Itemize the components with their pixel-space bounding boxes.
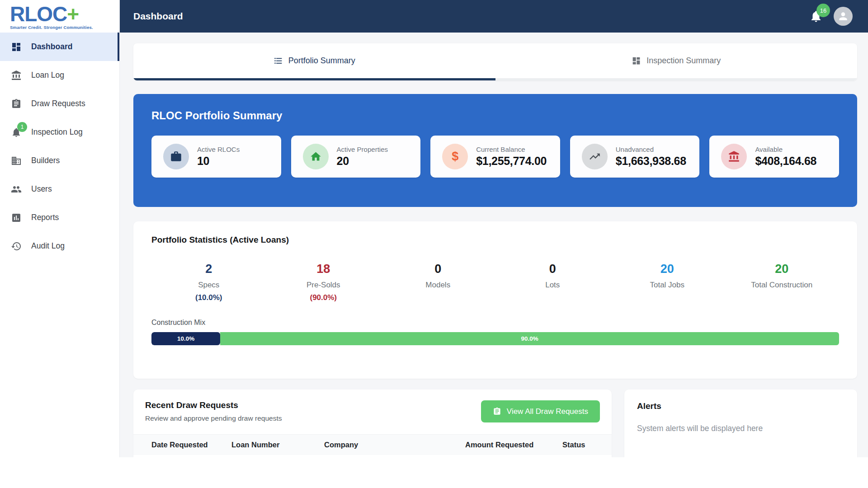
- tab-portfolio-summary[interactable]: Portfolio Summary: [133, 43, 495, 80]
- content: Portfolio Summary Inspection Summary RLO…: [120, 33, 868, 457]
- stat-label: Current Balance: [476, 145, 547, 153]
- stat-models: 0 Models: [381, 262, 495, 302]
- briefcase-icon: [163, 144, 189, 169]
- construction-mix-bar: 10.0% 90.0%: [151, 332, 839, 345]
- stat-total-construction: 20 Total Construction: [725, 262, 840, 302]
- portfolio-statistics-row: 2 Specs (10.0%) 18 Pre-Solds (90.0%) 0 M…: [151, 262, 839, 302]
- home-icon: [303, 144, 329, 169]
- view-all-draw-requests-button[interactable]: View All Draw Requests: [481, 400, 600, 422]
- column-header-company: Company: [324, 441, 465, 449]
- stat-card-available: Available $408,164.68: [709, 136, 839, 178]
- column-header-amount-requested: Amount Requested: [465, 441, 562, 449]
- brand-name: RLOC+: [10, 4, 119, 24]
- sidebar-item-label: Loan Log: [31, 70, 64, 80]
- alerts-empty-text: System alerts will be displayed here: [637, 424, 844, 433]
- portfolio-statistics-card: Portfolio Statistics (Active Loans) 2 Sp…: [133, 221, 857, 379]
- notifications-button[interactable]: 16: [809, 9, 823, 23]
- grid-icon: [632, 56, 641, 66]
- stat-percent: [495, 293, 610, 302]
- sidebar-item-inspection-log[interactable]: 1 Inspection Log: [0, 118, 119, 146]
- stat-number: 20: [725, 262, 840, 276]
- sidebar-item-label: Audit Log: [31, 241, 65, 251]
- stat-label: Active RLOCs: [197, 145, 240, 153]
- button-label: View All Draw Requests: [507, 407, 588, 416]
- stat-percent: [381, 293, 495, 302]
- building-icon: [11, 155, 22, 166]
- rloc-portfolio-summary-card: RLOC Portfolio Summary Active RLOCs 10 A…: [133, 94, 857, 207]
- tab-label: Inspection Summary: [646, 56, 721, 66]
- stat-number: 18: [266, 262, 381, 276]
- stat-specs: 2 Specs (10.0%): [151, 262, 266, 302]
- sidebar-item-builders[interactable]: Builders: [0, 146, 119, 175]
- portfolio-stat-cards: Active RLOCs 10 Active Properties 20 $ C…: [151, 136, 839, 178]
- summary-tabs: Portfolio Summary Inspection Summary: [133, 43, 857, 80]
- sidebar-item-label: Reports: [31, 213, 59, 222]
- stat-value: $1,255,774.00: [476, 155, 547, 168]
- portfolio-summary-title: RLOC Portfolio Summary: [151, 109, 839, 122]
- column-header-date-requested: Date Requested: [151, 441, 231, 449]
- clipboard-icon: [11, 99, 22, 109]
- draw-requests-subtitle: Review and approve pending draw requests: [145, 414, 282, 422]
- column-header-loan-number: Loan Number: [231, 441, 324, 449]
- dollar-icon: $: [442, 144, 468, 169]
- stat-percent: [725, 293, 840, 302]
- stat-value: 20: [337, 155, 388, 168]
- bottom-row: Recent Draw Requests Review and approve …: [133, 389, 857, 457]
- sidebar-nav: Dashboard Loan Log Draw Requests 1 Inspe…: [0, 33, 119, 260]
- bell-icon: 1: [11, 127, 22, 138]
- brand-tagline: Smarter Credit. Stronger Communities.: [10, 25, 119, 30]
- brand-plus: +: [67, 2, 79, 26]
- inspection-log-badge: 1: [17, 122, 27, 132]
- stat-value: 10: [197, 155, 240, 168]
- draw-requests-header: Recent Draw Requests Review and approve …: [133, 400, 612, 422]
- dashboard-grid-icon: [11, 42, 22, 52]
- notification-count-badge: 16: [816, 4, 830, 17]
- stat-number: 20: [610, 262, 725, 276]
- history-icon: [11, 241, 22, 252]
- stat-caption: Lots: [495, 281, 610, 290]
- stat-total-jobs: 20 Total Jobs: [610, 262, 725, 302]
- brand-name-text: RLOC: [10, 2, 67, 26]
- draw-requests-title: Recent Draw Requests: [145, 400, 282, 410]
- stat-card-active-properties: Active Properties 20: [291, 136, 421, 178]
- person-icon: [837, 10, 849, 22]
- recent-draw-requests-card: Recent Draw Requests Review and approve …: [133, 389, 612, 457]
- sidebar-item-label: Inspection Log: [31, 127, 83, 137]
- stat-caption: Total Construction: [725, 281, 840, 290]
- sidebar-item-label: Builders: [31, 156, 60, 165]
- sidebar-item-loan-log[interactable]: Loan Log: [0, 61, 119, 89]
- stat-label: Unadvanced: [616, 145, 686, 153]
- column-header-status: Status: [562, 441, 612, 449]
- sidebar-item-draw-requests[interactable]: Draw Requests: [0, 89, 119, 118]
- alerts-title: Alerts: [637, 401, 844, 411]
- stat-caption: Specs: [151, 281, 266, 290]
- stat-number: 2: [151, 262, 266, 276]
- sidebar-item-reports[interactable]: Reports: [0, 203, 119, 232]
- draw-requests-table-header: Date Requested Loan Number Company Amoun…: [133, 434, 612, 455]
- user-avatar[interactable]: [834, 7, 853, 26]
- sidebar-item-users[interactable]: Users: [0, 175, 119, 203]
- clipboard-icon: [493, 407, 501, 416]
- stat-card-active-rlocs: Active RLOCs 10: [151, 136, 281, 178]
- stat-number: 0: [381, 262, 495, 276]
- stat-percent: [610, 293, 725, 302]
- users-icon: [11, 184, 22, 195]
- trending-up-icon: [582, 144, 608, 169]
- sidebar-item-label: Draw Requests: [31, 99, 85, 108]
- brand-logo: RLOC+ Smarter Credit. Stronger Communiti…: [0, 0, 119, 33]
- stat-caption: Pre-Solds: [266, 281, 381, 290]
- page-title: Dashboard: [133, 11, 183, 22]
- tab-inspection-summary[interactable]: Inspection Summary: [495, 43, 858, 80]
- sidebar-item-label: Users: [31, 184, 52, 194]
- stat-caption: Total Jobs: [610, 281, 725, 290]
- construction-mix-label: Construction Mix: [151, 319, 839, 327]
- tab-label: Portfolio Summary: [288, 56, 355, 66]
- portfolio-statistics-title: Portfolio Statistics (Active Loans): [151, 235, 839, 245]
- stat-label: Active Properties: [337, 145, 388, 153]
- bank-icon: [11, 70, 22, 81]
- sidebar-item-audit-log[interactable]: Audit Log: [0, 232, 119, 260]
- stat-lots: 0 Lots: [495, 262, 610, 302]
- topbar-actions: 16: [809, 7, 853, 26]
- sidebar-item-dashboard[interactable]: Dashboard: [0, 33, 119, 61]
- stat-number: 0: [495, 262, 610, 276]
